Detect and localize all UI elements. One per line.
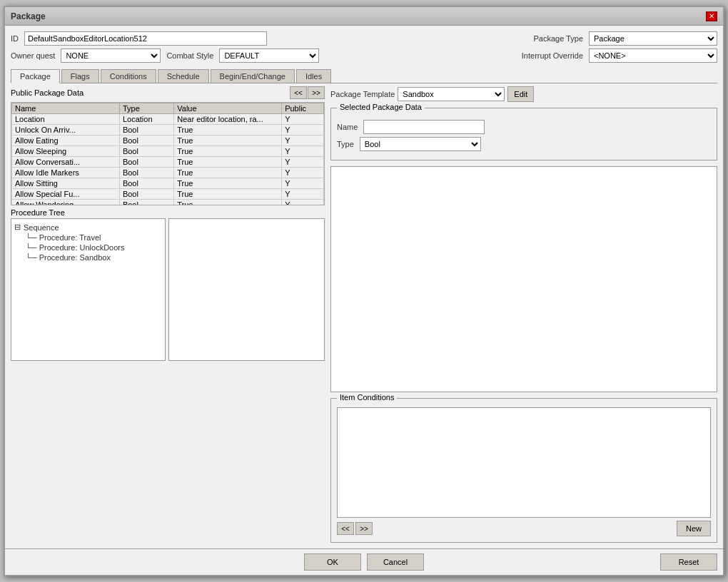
interrupt-override-select[interactable]: <NONE> [589, 48, 717, 63]
interrupt-override-label: Interrupt Override [522, 51, 583, 60]
public-pkg-header: Public Package Data << >> [11, 86, 325, 99]
tree-children: └─ Procedure: Travel└─ Procedure: Unlock… [14, 233, 162, 262]
table-row[interactable]: Allow Idle MarkersBoolTrueY [12, 168, 324, 178]
public-pkg-next-btn[interactable]: >> [308, 86, 325, 99]
selected-pkg-name-label: Name [337, 123, 358, 131]
owner-quest-label: Owner quest [11, 51, 55, 60]
tab-schedule[interactable]: Schedule [158, 69, 209, 83]
tab-conditions[interactable]: Conditions [101, 69, 156, 83]
cancel-btn[interactable]: Cancel [367, 553, 424, 571]
cell-public: Y [282, 200, 324, 206]
reset-container: Reset [482, 553, 717, 571]
col-public: Public [282, 103, 324, 114]
id-label: ID [11, 34, 19, 43]
cell-value: True [174, 157, 282, 168]
table-row[interactable]: Allow EatingBoolTrueY [12, 136, 324, 146]
table-row[interactable]: Allow Special Fu...BoolTrueY [12, 189, 324, 200]
selected-pkg-group: Selected Package Data Name Type Bool [330, 108, 717, 160]
package-window: Package ✕ ID Package Type Package Owner … [4, 6, 724, 576]
cell-value: True [174, 146, 282, 157]
conditions-nav-left: << >> [337, 522, 373, 535]
cell-type: Bool [119, 189, 173, 200]
footer-buttons: OK Cancel [246, 553, 482, 571]
cell-public: Y [282, 178, 324, 189]
selected-pkg-type-row: Type Bool [337, 137, 711, 151]
conditions-next-btn[interactable]: >> [355, 522, 373, 535]
cell-name: Unlock On Arriv... [12, 125, 120, 136]
table-row[interactable]: Allow WanderingBoolTrueY [12, 200, 324, 206]
tree-expand-icon: ⊟ [14, 223, 21, 232]
cell-public: Y [282, 157, 324, 168]
tab-flags[interactable]: Flags [61, 69, 99, 83]
procedure-left: ⊟ Sequence └─ Procedure: Travel└─ Proced… [11, 218, 166, 361]
cell-value: True [174, 136, 282, 146]
ok-btn[interactable]: OK [304, 553, 361, 571]
procedure-tree-label: Procedure Tree [11, 208, 325, 217]
cell-value: True [174, 178, 282, 189]
cell-public: Y [282, 189, 324, 200]
cell-value: True [174, 168, 282, 178]
public-pkg-table-wrapper: Name Type Value Public LocationLocationN… [11, 102, 325, 205]
tab-begin-end-change[interactable]: Begin/End/Change [211, 69, 295, 83]
close-button[interactable]: ✕ [706, 11, 717, 21]
cell-public: Y [282, 125, 324, 136]
cell-name: Allow Sitting [12, 178, 120, 189]
procedure-tree-section: Procedure Tree ⊟ Sequence └─ Procedure: … [11, 208, 325, 361]
cell-name: Allow Sleeping [12, 146, 120, 157]
selected-pkg-name-input[interactable] [363, 120, 485, 134]
table-row[interactable]: Allow SittingBoolTrueY [12, 178, 324, 189]
tree-root-label: Sequence [24, 223, 59, 232]
col-value: Value [174, 103, 282, 114]
edit-btn[interactable]: Edit [507, 86, 534, 102]
id-row: ID Package Type Package [11, 31, 717, 46]
reset-btn[interactable]: Reset [660, 553, 717, 571]
table-row[interactable]: LocationLocationNear editor location, ra… [12, 114, 324, 125]
tree-root: ⊟ Sequence [14, 222, 162, 233]
conditions-prev-btn[interactable]: << [337, 522, 354, 535]
right-panel: Package Template Sandbox Edit Selected P… [330, 86, 717, 543]
cell-type: Location [119, 114, 173, 125]
selected-pkg-type-label: Type [337, 140, 354, 148]
item-conditions-group: Item Conditions << >> New [330, 398, 717, 543]
item-conditions-title: Item Conditions [337, 393, 397, 402]
package-type-label: Package Type [533, 34, 583, 43]
pkg-template-label: Package Template [330, 90, 395, 98]
footer: OK Cancel Reset [5, 548, 723, 575]
tree-child[interactable]: └─ Procedure: UnlockDoors [26, 242, 162, 252]
cell-type: Bool [119, 178, 173, 189]
cell-type: Bool [119, 125, 173, 136]
public-pkg-prev-btn[interactable]: << [290, 86, 307, 99]
cell-value: True [174, 200, 282, 206]
id-input[interactable] [24, 31, 267, 46]
owner-quest-select[interactable]: NONE [61, 48, 161, 63]
cell-type: Bool [119, 168, 173, 178]
quest-row: Owner quest NONE Combat Style DEFAULT In… [11, 48, 717, 63]
cell-public: Y [282, 114, 324, 125]
cell-value: Near editor location, ra... [174, 114, 282, 125]
table-row[interactable]: Allow Conversati...BoolTrueY [12, 157, 324, 168]
conditions-bottom-nav: << >> New [337, 521, 711, 536]
selected-pkg-name-row: Name [337, 120, 711, 134]
tree-child[interactable]: └─ Procedure: Travel [26, 233, 162, 242]
combat-style-select[interactable]: DEFAULT [219, 48, 319, 63]
tab-package[interactable]: Package [11, 69, 60, 83]
right-top-panel [330, 166, 717, 392]
cell-type: Bool [119, 146, 173, 157]
table-row[interactable]: Allow SleepingBoolTrueY [12, 146, 324, 157]
cell-public: Y [282, 168, 324, 178]
pkg-template-select[interactable]: Sandbox [398, 87, 505, 101]
tab-idles[interactable]: Idles [296, 69, 331, 83]
conditions-new-btn[interactable]: New [677, 521, 711, 536]
pkg-template-row: Package Template Sandbox Edit [330, 86, 717, 102]
tree-child[interactable]: └─ Procedure: Sandbox [26, 252, 162, 262]
title-bar: Package ✕ [5, 7, 723, 26]
package-type-select[interactable]: Package [589, 31, 717, 46]
table-row[interactable]: Unlock On Arriv...BoolTrueY [12, 125, 324, 136]
public-pkg-nav: << >> [290, 86, 325, 99]
procedure-section: ⊟ Sequence └─ Procedure: Travel└─ Proced… [11, 218, 325, 361]
procedure-tree[interactable]: ⊟ Sequence └─ Procedure: Travel└─ Proced… [11, 218, 166, 361]
window-title: Package [11, 11, 46, 21]
selected-pkg-type-select[interactable]: Bool [360, 137, 481, 151]
public-package-section: Public Package Data << >> Name Type [11, 86, 325, 205]
combat-style-label: Combat Style [166, 51, 213, 60]
